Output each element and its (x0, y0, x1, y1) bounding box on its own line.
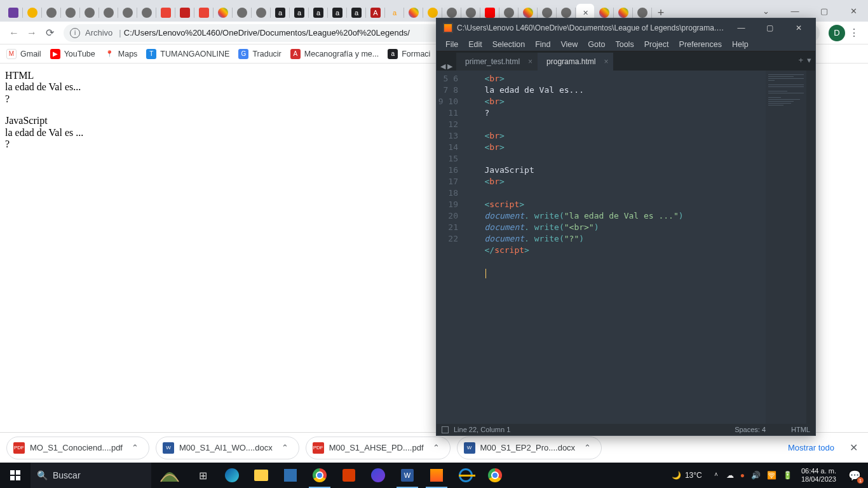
browser-tab[interactable] (119, 4, 137, 22)
tab-nav-arrows[interactable]: ◀ ▶ (437, 62, 456, 71)
bookmark-item[interactable]: GTraducir (238, 49, 281, 59)
taskbar-app-chrome-canary[interactable] (480, 463, 510, 488)
window-minimize-button[interactable]: — (727, 19, 756, 37)
minimap[interactable] (766, 71, 806, 424)
browser-tab[interactable] (4, 4, 22, 22)
bookmark-item[interactable]: MGmail (6, 49, 41, 59)
close-tab-icon[interactable]: × (604, 57, 608, 66)
line-gutter: 5 6 7 8 9 10 11 12 13 14 15 16 17 18 19 … (437, 71, 463, 424)
taskbar-app-chrome[interactable] (305, 463, 334, 488)
profile-avatar[interactable]: D (829, 25, 845, 41)
taskbar-app-edge[interactable] (217, 463, 247, 488)
menu-preferences[interactable]: Preferences (674, 39, 727, 50)
browser-tab[interactable]: a (348, 4, 365, 22)
tray-overflow-icon[interactable]: ＾ (712, 470, 720, 481)
browser-tab[interactable] (405, 4, 423, 22)
pdf-icon: PDF (313, 442, 324, 454)
bookmark-item[interactable]: ▶YouTube (50, 49, 95, 59)
browser-tab[interactable] (176, 4, 194, 22)
bookmark-item[interactable]: AMecanografía y me... (290, 49, 379, 59)
browser-tab[interactable]: a (271, 4, 289, 22)
taskbar-app-explorer[interactable] (247, 463, 276, 488)
menu-selection[interactable]: Selection (487, 39, 530, 50)
taskbar-app-clipchamp[interactable] (363, 463, 393, 488)
download-item[interactable]: W M00_S1_EP2_Pro....docx ⌃ (457, 437, 602, 459)
editor-tab[interactable]: primer_test.html × (456, 53, 538, 71)
back-button[interactable]: ← (5, 24, 23, 42)
status-indent[interactable]: Spaces: 4 (735, 426, 766, 433)
code-editor[interactable]: <br> la edad de Val es... <br> ? <br> <b… (463, 71, 766, 424)
browser-tab[interactable] (100, 4, 118, 22)
taskbar-search[interactable]: 🔍 Buscar (31, 463, 151, 488)
browser-tab[interactable] (252, 4, 270, 22)
browser-tab[interactable]: a (386, 4, 403, 22)
browser-tab[interactable]: a (290, 4, 308, 22)
taskbar-clock[interactable]: 06:44 a. m. 18/04/2023 (796, 467, 841, 484)
page-line: JavaScript (5, 115, 83, 126)
menu-edit[interactable]: Edit (463, 39, 487, 50)
taskbar-app-word[interactable]: W (393, 463, 422, 488)
status-panel-icon[interactable] (442, 426, 449, 433)
browser-tab[interactable] (81, 4, 98, 22)
browser-tab[interactable] (43, 4, 60, 22)
browser-tab[interactable] (233, 4, 251, 22)
bookmark-item[interactable]: 📍Maps (104, 49, 138, 59)
sublime-titlebar[interactable]: C:\Users\Lenovo L460\OneDrive\Documentos… (437, 18, 815, 37)
browser-tab[interactable]: A (367, 4, 384, 22)
start-button[interactable] (0, 463, 31, 488)
browser-tab[interactable] (214, 4, 232, 22)
close-downloads-bar-button[interactable]: ✕ (846, 442, 862, 454)
browser-tab[interactable] (138, 4, 156, 22)
window-maximize-button[interactable]: ▢ (756, 19, 784, 37)
new-tab-button[interactable]: + (798, 55, 803, 65)
chevron-up-icon[interactable]: ⌃ (580, 443, 595, 452)
forward-button[interactable]: → (23, 24, 41, 42)
chevron-up-icon[interactable]: ⌃ (278, 443, 292, 452)
reload-button[interactable]: ⟳ (41, 24, 58, 42)
window-close-button[interactable]: ✕ (839, 1, 868, 20)
menu-view[interactable]: View (555, 39, 583, 50)
task-view-button[interactable]: ⊞ (188, 463, 217, 488)
scrollbar[interactable] (806, 71, 815, 424)
menu-goto[interactable]: Goto (583, 39, 610, 50)
tray-volume-icon[interactable]: 🔊 (751, 471, 761, 480)
tray-bluetooth-icon[interactable]: ● (740, 471, 745, 480)
action-center-button[interactable]: 💬 1 (841, 463, 868, 488)
download-item[interactable]: PDF M00_S1_AHSE_PD....pdf ⌃ (306, 437, 451, 459)
tab-menu-icon[interactable]: ▾ (807, 55, 811, 65)
bookmark-item[interactable]: TTUMANGAONLINE (146, 49, 229, 59)
browser-tab[interactable] (195, 4, 213, 22)
address-url: C:/Users/Lenovo%20L460/OneDrive/Document… (124, 28, 410, 37)
download-item[interactable]: PDF MO_S1_Conociend....pdf ⌃ (6, 437, 149, 459)
bookmark-item[interactable]: aFormaci (388, 49, 430, 59)
taskbar-app-office[interactable] (334, 463, 363, 488)
menu-file[interactable]: File (440, 39, 463, 50)
menu-project[interactable]: Project (639, 39, 674, 50)
taskbar-app-ie[interactable] (451, 463, 480, 488)
site-info-icon[interactable]: i (70, 28, 80, 38)
tray-battery-icon[interactable]: 🔋 (783, 471, 792, 480)
download-item[interactable]: W M00_S1_AI1_WO....docx ⌃ (156, 437, 299, 459)
browser-tab[interactable] (24, 4, 41, 22)
browser-tab[interactable] (62, 4, 79, 22)
menu-find[interactable]: Find (530, 39, 555, 50)
chevron-up-icon[interactable]: ⌃ (429, 443, 444, 452)
browser-tab[interactable]: a (309, 4, 327, 22)
window-close-button[interactable]: ✕ (784, 19, 813, 37)
close-tab-icon[interactable]: × (528, 57, 532, 66)
taskbar-app-sublime[interactable] (422, 463, 451, 488)
menu-tools[interactable]: Tools (610, 39, 639, 50)
taskbar-weather[interactable]: 🌙 13°C (665, 471, 709, 480)
taskbar-news-icon[interactable] (151, 463, 188, 488)
tray-onedrive-icon[interactable]: ☁ (726, 471, 734, 480)
taskbar-app-store[interactable] (276, 463, 305, 488)
menu-help[interactable]: Help (727, 39, 754, 50)
status-syntax[interactable]: HTML (791, 426, 810, 433)
chevron-up-icon[interactable]: ⌃ (128, 443, 142, 452)
show-all-downloads-link[interactable]: Mostrar todo (788, 443, 834, 452)
browser-tab[interactable] (157, 4, 175, 22)
editor-tab-active[interactable]: programa.html × (538, 53, 613, 71)
tray-wifi-icon[interactable]: 🛜 (767, 471, 776, 480)
browser-tab[interactable]: a (329, 4, 346, 22)
chrome-menu-button[interactable]: ⋮ (845, 24, 863, 42)
